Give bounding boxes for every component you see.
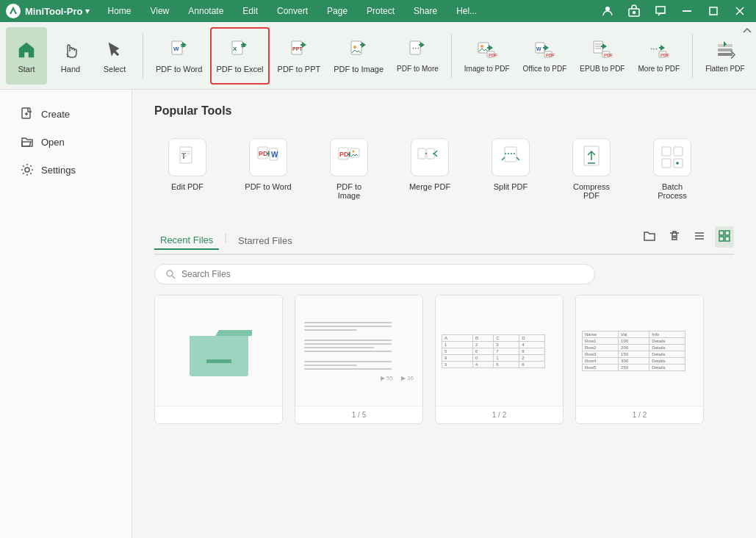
toolbar-pdf-to-more[interactable]: ··· PDF to More	[392, 27, 444, 85]
svg-rect-3	[683, 10, 691, 12]
file-plus-icon	[21, 107, 34, 121]
file-card-3[interactable]: NameValInfo Row1100Details Row2200Detail…	[575, 295, 704, 424]
file-preview-2: ABCD 1234 5678 9012 3456	[436, 295, 563, 406]
menu-bar: Home View Annotate Edit Convert Page Pro…	[98, 4, 597, 18]
close-button[interactable]	[730, 3, 750, 19]
svg-point-2	[633, 12, 636, 14]
svg-text:PDF: PDF	[660, 53, 669, 57]
recent-files-tab[interactable]: Recent Files	[154, 232, 219, 250]
grid-view-button[interactable]	[715, 226, 734, 248]
svg-text:PDF: PDF	[546, 53, 555, 57]
menu-home[interactable]: Home	[98, 4, 140, 18]
menu-view[interactable]: View	[141, 4, 178, 18]
tool-compress-pdf[interactable]: Compress PDF	[558, 129, 624, 209]
toolbar-divider-3	[692, 34, 693, 78]
gear-icon	[21, 163, 34, 176]
toolbar-group-main: Start Hand Select W PDF	[6, 27, 750, 85]
svg-rect-57	[662, 159, 671, 168]
minimize-button[interactable]	[677, 3, 697, 19]
batch-process-icon-box	[653, 138, 691, 176]
file-card-1[interactable]: ▶ 55 ▶ 36 1 / 5	[295, 295, 423, 424]
toolbar-office-to-pdf[interactable]: W PDF Office to PDF	[518, 27, 572, 85]
toolbar-epub-to-pdf[interactable]: PDF EPUB to PDF	[575, 27, 630, 85]
svg-text:···: ···	[412, 43, 420, 53]
tool-batch-process[interactable]: Batch Process	[639, 129, 705, 209]
merge-pdf-icon-box	[411, 138, 449, 176]
svg-rect-66	[719, 231, 724, 235]
menu-share[interactable]: Share	[405, 4, 446, 18]
toolbar-start[interactable]: Start	[6, 27, 47, 85]
svg-rect-68	[719, 237, 724, 241]
tool-edit-pdf[interactable]: T Edit PDF	[154, 129, 220, 209]
tool-merge-pdf[interactable]: Merge PDF	[397, 129, 463, 209]
file-info-2: 1 / 2	[436, 406, 563, 423]
svg-text:PDF: PDF	[489, 53, 497, 57]
store-icon[interactable]	[624, 3, 644, 19]
file-card-folder[interactable]	[154, 295, 283, 424]
delete-button[interactable]	[665, 226, 684, 248]
open-folder-button[interactable]	[640, 226, 659, 248]
toolbar-select[interactable]: Select	[94, 27, 135, 85]
toolbar-hand[interactable]: Hand	[50, 27, 91, 85]
compress-pdf-icon-box	[572, 138, 611, 176]
content-area: Popular Tools T Edit PDF P	[132, 90, 756, 538]
file-card-2[interactable]: ABCD 1234 5678 9012 3456 1 / 2	[435, 295, 564, 424]
app-logo	[6, 4, 21, 18]
toolbar-pdf-to-ppt[interactable]: PPT PDF to PPT	[273, 27, 326, 85]
files-grid: ▶ 55 ▶ 36 1 / 5 ABCD	[154, 295, 734, 424]
account-icon[interactable]	[597, 3, 618, 19]
chat-icon[interactable]	[650, 3, 671, 19]
svg-point-50	[353, 151, 355, 153]
toolbar: Start Hand Select W PDF	[0, 22, 756, 90]
app-name: MiniTool-Pro	[25, 6, 82, 17]
svg-point-0	[605, 7, 610, 11]
svg-text:X: X	[233, 46, 237, 52]
menu-annotate[interactable]: Annotate	[179, 4, 232, 18]
sidebar-item-settings[interactable]: Settings	[6, 157, 126, 182]
toolbar-pdf-to-word[interactable]: W PDF to Word	[151, 27, 207, 85]
svg-text:W: W	[271, 151, 278, 159]
sidebar-item-open[interactable]: Open	[6, 129, 126, 154]
svg-rect-72	[206, 359, 231, 363]
svg-rect-69	[725, 237, 730, 241]
toolbar-pdf-to-image[interactable]: PDF to Image	[328, 27, 389, 85]
maximize-button[interactable]	[703, 3, 724, 19]
starred-files-tab[interactable]: Starred Files	[232, 232, 298, 249]
svg-text:W: W	[173, 46, 179, 52]
toolbar-scroll-right[interactable]	[727, 49, 738, 62]
svg-rect-4	[710, 7, 717, 15]
svg-text:PPT: PPT	[292, 46, 303, 51]
tool-pdf-to-word[interactable]: PDF W PDF to Word	[235, 129, 301, 209]
menu-convert[interactable]: Convert	[268, 4, 317, 18]
recent-files-bar: Recent Files | Starred Files	[154, 226, 734, 255]
svg-text:···: ···	[650, 43, 658, 54]
toolbar-collapse-button[interactable]	[741, 25, 753, 39]
sidebar-item-create[interactable]: Create	[6, 101, 126, 126]
recent-file-actions	[640, 226, 734, 248]
search-icon	[165, 269, 176, 279]
search-bar[interactable]	[154, 264, 595, 284]
svg-text:W: W	[536, 46, 541, 51]
toolbar-pdf-to-excel[interactable]: X PDF to Excel	[210, 27, 269, 85]
split-pdf-icon-box	[492, 138, 530, 176]
file-preview-folder	[155, 295, 282, 406]
edit-pdf-icon-box: T	[168, 138, 206, 176]
toolbar-more-to-pdf[interactable]: ··· PDF More to PDF	[633, 27, 685, 85]
tool-pdf-to-image[interactable]: PDF PDF to Image	[316, 129, 382, 209]
title-bar: MiniTool-Pro ▾ Home View Annotate Edit C…	[0, 0, 756, 22]
svg-rect-67	[725, 231, 730, 235]
svg-text:PDF: PDF	[604, 53, 613, 57]
list-view-button[interactable]	[690, 226, 709, 248]
tab-separator: |	[222, 232, 229, 243]
tool-split-pdf[interactable]: Split PDF	[478, 129, 544, 209]
menu-help[interactable]: Hel...	[447, 4, 486, 18]
menu-page[interactable]: Page	[318, 4, 356, 18]
app-dropdown[interactable]: ▾	[85, 6, 90, 16]
svg-rect-56	[674, 147, 683, 156]
search-input[interactable]	[181, 269, 584, 279]
file-info-1: 1 / 5	[295, 406, 422, 423]
menu-edit[interactable]: Edit	[234, 4, 267, 18]
file-info-folder	[155, 406, 282, 415]
toolbar-image-to-pdf[interactable]: PDF Image to PDF	[459, 27, 515, 85]
menu-protect[interactable]: Protect	[358, 4, 403, 18]
